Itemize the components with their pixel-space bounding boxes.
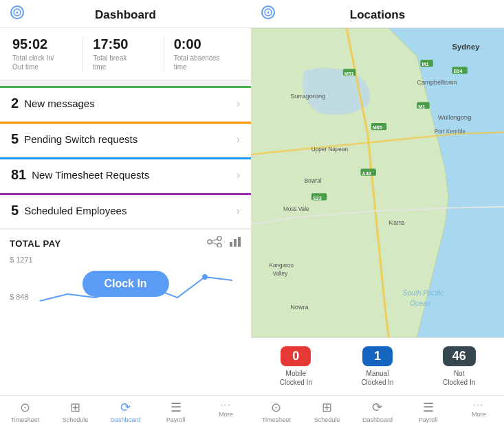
svg-text:M1: M1 <box>421 62 428 67</box>
bar-chart-icon[interactable] <box>229 236 241 250</box>
nav-more-left[interactable]: ··· More <box>201 400 251 423</box>
schedule-nav-icon: ⊞ <box>70 400 80 415</box>
svg-point-3 <box>208 240 212 244</box>
card-switch-count: 5 <box>11 131 19 147</box>
svg-point-2 <box>17 12 19 14</box>
logo-icon-left <box>10 5 25 23</box>
nav-payroll-left[interactable]: ☰ Payroll <box>151 400 201 423</box>
payroll-nav-icon: ☰ <box>171 400 182 415</box>
card-messages-label: New messages <box>24 98 237 109</box>
timesheet-nav-icon: ⊙ <box>20 400 30 415</box>
svg-text:M1: M1 <box>418 104 425 110</box>
left-title: Dashboard <box>95 8 156 22</box>
stat-break-value: 17:50 <box>93 36 157 52</box>
total-pay-section: TOTAL PAY <box>0 229 251 395</box>
map-svg: Sydney Campbelltown Wollongong Port Kemb… <box>251 28 504 337</box>
right-bottom-nav: ⊙ Timesheet ⊞ Schedule ⟳ Dashboard ☰ Pay… <box>251 395 504 426</box>
stats-row: 95:02 Total clock In/Out time 17:50 Tota… <box>0 28 251 80</box>
right-header: Locations <box>251 0 504 28</box>
stat-absences: 0:00 Total absencestime <box>168 36 244 71</box>
svg-text:M65: M65 <box>373 125 382 131</box>
dashboard-nav-icon: ⟳ <box>120 400 131 415</box>
stat-clock: 95:02 Total clock In/Out time <box>7 36 83 71</box>
mobile-clocked-badge: 0 <box>281 346 311 366</box>
svg-text:Upper Napean: Upper Napean <box>311 146 349 153</box>
nav-label-more-r: More <box>472 411 486 418</box>
card-timesheet[interactable]: 81 New Timesheet Requests › <box>0 157 251 193</box>
nav-label-schedule: Schedule <box>63 416 89 423</box>
svg-rect-8 <box>230 242 232 247</box>
card-switch[interactable]: 5 Pending Switch requests › <box>0 122 251 157</box>
logo-icon-right <box>261 5 276 23</box>
loc-stat-manual: 1 ManualClocked In <box>338 346 417 387</box>
schedule-nav-icon-r: ⊞ <box>322 400 332 415</box>
location-stats: 0 MobileClocked In 1 ManualClocked In 46… <box>251 337 504 395</box>
payroll-nav-icon-r: ☰ <box>423 400 434 415</box>
nav-label-dashboard: Dashboard <box>110 416 140 423</box>
card-scheduled-count: 5 <box>11 203 19 218</box>
svg-rect-10 <box>238 237 241 247</box>
svg-text:Surragorong: Surragorong <box>290 93 325 100</box>
card-messages[interactable]: 2 New messages › <box>0 86 251 122</box>
clock-in-button[interactable]: Clock In <box>82 271 168 297</box>
loc-stat-not-clocked: 46 NotClocked In <box>419 346 498 387</box>
svg-text:B34: B34 <box>453 69 462 74</box>
stat-clock-label: Total clock In/Out time <box>12 54 77 71</box>
card-timesheet-count: 81 <box>11 167 26 183</box>
total-pay-header: TOTAL PAY <box>10 236 241 250</box>
nav-label-payroll-r: Payroll <box>419 416 438 423</box>
nav-label-more: More <box>219 411 233 418</box>
not-clocked-badge: 46 <box>443 346 476 366</box>
share-icon[interactable] <box>207 236 222 250</box>
chart-labels: $ 1271 $ 848 <box>10 253 33 301</box>
nav-timesheet-right[interactable]: ⊙ Timesheet <box>251 400 302 423</box>
svg-text:Ocean: Ocean <box>410 300 430 307</box>
stat-clock-value: 95:02 <box>12 36 77 52</box>
manual-clocked-badge: 1 <box>362 346 393 366</box>
nav-timesheet-left[interactable]: ⊙ Timesheet <box>0 400 50 423</box>
stat-break: 17:50 Total breaktime <box>87 36 164 71</box>
chart-label-high: $ 1271 <box>10 256 33 264</box>
svg-text:Moss Vale: Moss Vale <box>283 206 309 212</box>
nav-schedule-right[interactable]: ⊞ Schedule <box>302 400 353 423</box>
stat-break-label: Total breaktime <box>93 54 157 71</box>
total-pay-icons <box>207 236 241 250</box>
nav-label-schedule-r: Schedule <box>314 416 340 423</box>
dashboard-nav-icon-r: ⟳ <box>372 400 382 415</box>
svg-text:Kangaroo: Kangaroo <box>270 262 294 269</box>
card-messages-count: 2 <box>11 96 19 111</box>
chevron-right-icon-4: › <box>237 205 240 217</box>
nav-label-dashboard-r: Dashboard <box>362 416 393 423</box>
svg-point-5 <box>217 243 221 247</box>
map-container[interactable]: Sydney Campbelltown Wollongong Port Kemb… <box>251 28 504 337</box>
nav-label-timesheet: Timesheet <box>11 416 40 423</box>
nav-dashboard-left[interactable]: ⟳ Dashboard <box>100 400 151 423</box>
nav-dashboard-right[interactable]: ⟳ Dashboard <box>352 400 403 423</box>
nav-schedule-left[interactable]: ⊞ Schedule <box>50 400 100 423</box>
svg-text:Wollongong: Wollongong <box>438 114 471 121</box>
svg-point-11 <box>202 274 208 280</box>
not-clocked-label: NotClocked In <box>443 369 475 387</box>
stat-absences-value: 0:00 <box>174 36 239 52</box>
svg-rect-9 <box>234 239 237 247</box>
stat-absences-label: Total absencestime <box>174 54 239 71</box>
left-bottom-nav: ⊙ Timesheet ⊞ Schedule ⟳ Dashboard ☰ Pay… <box>0 395 251 426</box>
card-switch-label: Pending Switch requests <box>24 133 237 145</box>
svg-point-4 <box>217 236 221 240</box>
svg-text:Sydney: Sydney <box>452 43 480 51</box>
nav-payroll-right[interactable]: ☰ Payroll <box>403 400 454 423</box>
right-title: Locations <box>350 8 405 22</box>
svg-text:S23: S23 <box>313 196 322 201</box>
card-scheduled[interactable]: 5 Scheduled Employees › <box>0 193 251 229</box>
right-panel: Locations Sydney Campbelltown Wollongong… <box>251 0 504 426</box>
nav-more-right[interactable]: ··· More <box>453 400 504 423</box>
chart-label-low: $ 848 <box>10 293 33 301</box>
mobile-clocked-label: MobileClocked In <box>280 369 312 387</box>
chart-area: $ 1271 $ 848 Clock In <box>10 253 241 315</box>
svg-point-14 <box>267 12 270 14</box>
svg-line-6 <box>212 239 217 241</box>
svg-line-7 <box>212 243 217 245</box>
card-timesheet-label: New Timesheet Requests <box>32 169 236 181</box>
nav-label-payroll: Payroll <box>166 416 186 423</box>
total-pay-title: TOTAL PAY <box>10 238 61 249</box>
